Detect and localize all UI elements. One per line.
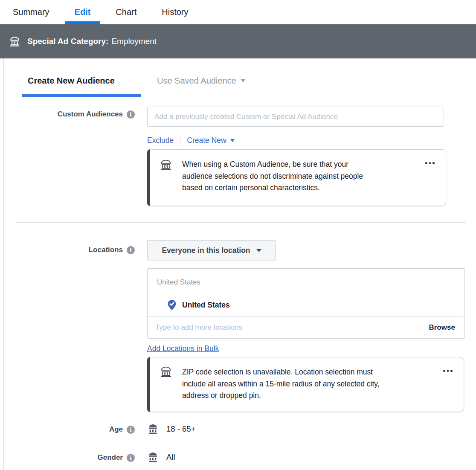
browse-separator <box>422 322 422 334</box>
create-new-link-label: Create New <box>187 136 226 145</box>
notice-text: When using a Custom Audience, be sure th… <box>182 159 363 194</box>
banner-label: Special Ad Category: <box>27 37 108 46</box>
audience-tab-baseline <box>16 97 466 97</box>
bank-building-icon <box>9 36 20 47</box>
tab-edit[interactable]: Edit <box>75 0 91 24</box>
chevron-down-icon <box>230 139 235 142</box>
notice-text: ZIP code selection is unavailable. Locat… <box>182 366 380 402</box>
info-icon[interactable]: i <box>127 246 135 254</box>
tab-create-new-audience[interactable]: Create New Audience <box>28 76 115 86</box>
exclude-link[interactable]: Exclude <box>147 136 174 145</box>
notice-line: based on certain personal characteristic… <box>182 182 363 194</box>
bank-building-icon <box>147 451 159 464</box>
notice-line: address or dropped pin. <box>182 390 380 402</box>
custom-audience-input[interactable] <box>147 107 444 127</box>
locations-label-text: Locations <box>89 246 123 254</box>
location-pin-icon <box>167 299 177 310</box>
notice-line: ZIP code selection is unavailable. Locat… <box>182 366 380 378</box>
bank-building-icon <box>147 423 159 435</box>
location-search-row: Browse <box>148 316 463 338</box>
svg-text:i: i <box>130 426 132 433</box>
notice-line: include all areas within a 15-mile radiu… <box>182 378 380 390</box>
add-locations-in-bulk-link[interactable]: Add Locations in Bulk <box>147 344 219 353</box>
tab-history[interactable]: History <box>162 0 188 24</box>
custom-audience-actions: Exclude Create New <box>147 135 235 146</box>
info-icon[interactable]: i <box>127 454 135 462</box>
info-icon[interactable]: i <box>127 110 135 119</box>
locations-label: Locations i <box>89 246 135 254</box>
gender-value-row: All <box>147 451 175 464</box>
age-label: Age i <box>109 425 135 434</box>
browse-button[interactable]: Browse <box>429 323 455 332</box>
link-separator <box>180 136 180 145</box>
tab-chart[interactable]: Chart <box>116 0 136 24</box>
notice-line: When using a Custom Audience, be sure th… <box>182 159 363 171</box>
more-options-icon[interactable] <box>443 370 453 372</box>
age-label-text: Age <box>109 425 123 434</box>
tab-summary[interactable]: Summary <box>13 0 49 24</box>
gender-value: All <box>166 453 175 462</box>
audience-edit-page: Summary Edit Chart History Special Ad Ca… <box>0 0 476 470</box>
svg-text:i: i <box>130 111 132 118</box>
bank-building-icon <box>160 366 172 380</box>
location-search-input[interactable] <box>154 323 418 332</box>
selected-location-name: United States <box>182 301 230 310</box>
tab-separator <box>149 7 149 17</box>
gender-label-text: Gender <box>97 453 123 462</box>
zip-code-policy-notice: ZIP code selection is unavailable. Locat… <box>147 357 464 412</box>
custom-audiences-label-text: Custom Audiences <box>58 110 123 119</box>
banner-value: Employment <box>111 37 157 46</box>
age-value: 18 - 65+ <box>166 424 195 434</box>
selected-locations-panel: United States United States Browse <box>147 268 465 339</box>
special-ad-category-banner: Special Ad Category: Employment <box>0 24 476 58</box>
section-divider <box>16 222 466 223</box>
use-saved-audience-label: Use Saved Audience <box>157 76 236 86</box>
location-scope-label: Everyone in this location <box>162 246 250 255</box>
selected-location-row: United States <box>167 299 230 310</box>
notice-line: audience selections do not discriminate … <box>182 171 363 183</box>
gender-label: Gender i <box>97 453 135 462</box>
chevron-down-icon <box>241 79 245 82</box>
location-scope-dropdown[interactable]: Everyone in this location <box>147 240 276 261</box>
create-new-link[interactable]: Create New <box>187 136 234 145</box>
custom-audiences-label: Custom Audiences i <box>58 110 135 119</box>
svg-text:i: i <box>130 247 132 253</box>
chevron-down-icon <box>256 249 261 252</box>
age-value-row: 18 - 65+ <box>147 423 195 435</box>
info-icon[interactable]: i <box>127 426 135 434</box>
svg-text:i: i <box>130 455 132 461</box>
location-group-label: United States <box>157 278 200 287</box>
top-tab-bar: Summary Edit Chart History <box>0 0 476 24</box>
tab-separator <box>62 7 62 17</box>
custom-audience-policy-notice: When using a Custom Audience, be sure th… <box>147 149 446 206</box>
more-options-icon[interactable] <box>425 162 435 164</box>
bank-building-icon <box>160 159 172 173</box>
tab-use-saved-audience[interactable]: Use Saved Audience <box>157 76 245 86</box>
left-border-line <box>3 58 4 470</box>
tab-separator <box>103 7 103 17</box>
